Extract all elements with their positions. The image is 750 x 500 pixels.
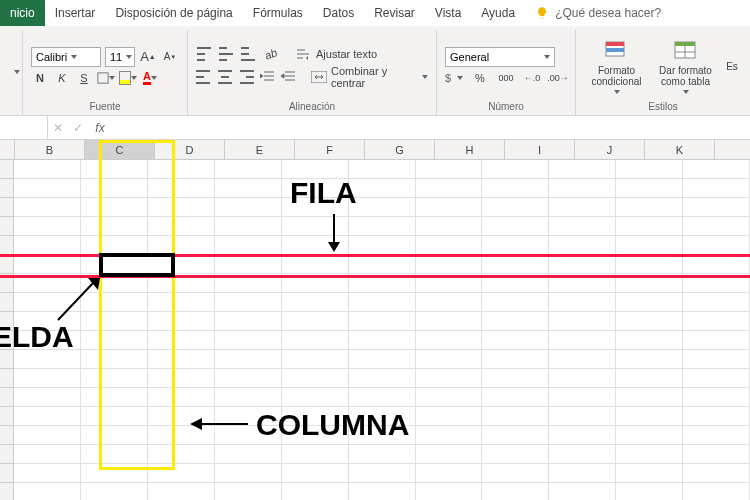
cell[interactable] [549,464,616,483]
cell[interactable] [482,198,549,217]
cell[interactable] [549,331,616,350]
cell[interactable] [616,388,683,407]
align-top-button[interactable] [196,45,214,63]
cell[interactable] [14,445,81,464]
cell[interactable] [683,160,750,179]
cell[interactable] [482,217,549,236]
cell[interactable] [14,217,81,236]
cell[interactable] [482,331,549,350]
cell[interactable] [616,217,683,236]
cell[interactable] [282,350,349,369]
cell[interactable] [616,464,683,483]
cell[interactable] [282,160,349,179]
cell[interactable] [349,293,416,312]
cell[interactable] [282,312,349,331]
cell[interactable] [148,217,215,236]
cell[interactable] [282,198,349,217]
cell[interactable] [14,350,81,369]
cell[interactable] [148,388,215,407]
cell[interactable] [14,255,81,274]
cell[interactable] [349,464,416,483]
row-header[interactable] [0,331,14,350]
cell[interactable] [81,331,148,350]
cell[interactable] [416,483,483,500]
cell[interactable] [616,483,683,500]
row-header[interactable] [0,369,14,388]
cell[interactable] [81,369,148,388]
cell[interactable] [282,407,349,426]
align-left-button[interactable] [196,68,213,86]
cell[interactable] [616,445,683,464]
cell[interactable] [148,179,215,198]
cell[interactable] [282,483,349,500]
merge-center-button[interactable]: Combinar y centrar [331,65,418,89]
col-header-C[interactable]: C [85,140,155,159]
cell[interactable] [282,255,349,274]
cell[interactable] [482,312,549,331]
cell[interactable] [482,293,549,312]
cell[interactable] [683,217,750,236]
cell[interactable] [148,464,215,483]
cell[interactable] [81,217,148,236]
cell[interactable] [14,179,81,198]
tab-vista[interactable]: Vista [425,0,471,26]
cell[interactable] [549,274,616,293]
cell[interactable] [148,198,215,217]
cell[interactable] [416,464,483,483]
tell-me-search[interactable]: ¿Qué desea hacer? [525,0,671,26]
conditional-format-button[interactable]: Formato condicional [584,32,649,101]
cell[interactable] [148,407,215,426]
number-format-combo[interactable]: General [445,47,555,67]
increase-font-button[interactable]: A▲ [139,48,157,66]
cell[interactable] [148,445,215,464]
cell[interactable] [683,198,750,217]
cell[interactable] [14,312,81,331]
col-header-F[interactable]: F [295,140,365,159]
cell[interactable] [349,407,416,426]
cell[interactable] [215,350,282,369]
row-header[interactable] [0,179,14,198]
cell[interactable] [349,369,416,388]
cell[interactable] [81,426,148,445]
cell[interactable] [416,350,483,369]
align-middle-button[interactable] [218,45,236,63]
cell[interactable] [349,350,416,369]
increase-indent-button[interactable] [280,68,297,86]
col-header-B[interactable]: B [15,140,85,159]
cell[interactable] [683,350,750,369]
cell[interactable] [349,198,416,217]
cell[interactable] [148,255,215,274]
row-header[interactable] [0,198,14,217]
row-header[interactable] [0,445,14,464]
cell[interactable] [683,445,750,464]
cell[interactable] [14,369,81,388]
cell[interactable] [282,217,349,236]
format-as-table-button[interactable]: Dar formato como tabla [653,32,718,101]
row-header[interactable] [0,293,14,312]
fx-cancel-button[interactable]: ✕ [48,121,68,135]
cell[interactable] [482,274,549,293]
cell[interactable] [349,236,416,255]
cell[interactable] [14,160,81,179]
tab-ayuda[interactable]: Ayuda [471,0,525,26]
cell[interactable] [549,217,616,236]
cell[interactable] [215,274,282,293]
align-center-button[interactable] [217,68,234,86]
cell[interactable] [349,179,416,198]
cell[interactable] [683,255,750,274]
cell[interactable] [549,388,616,407]
cell[interactable] [416,312,483,331]
row-header[interactable] [0,217,14,236]
cell[interactable] [349,217,416,236]
cell[interactable] [14,293,81,312]
cell[interactable] [549,483,616,500]
cell[interactable] [549,350,616,369]
cell[interactable] [81,312,148,331]
cell[interactable] [215,198,282,217]
cell[interactable] [349,160,416,179]
cell[interactable] [282,369,349,388]
cell[interactable] [416,388,483,407]
cell[interactable] [482,179,549,198]
cell[interactable] [215,445,282,464]
cell[interactable] [81,350,148,369]
